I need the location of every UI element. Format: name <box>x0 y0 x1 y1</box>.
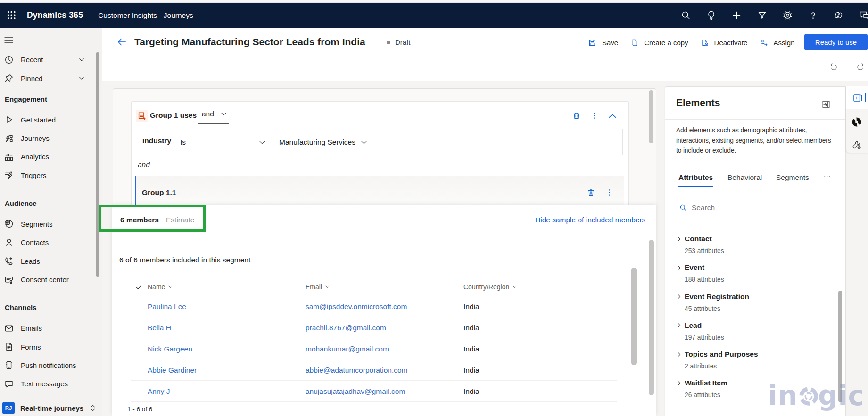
table-row[interactable]: Bella Hprachii.8767@gmail.comIndia <box>131 317 617 338</box>
sidebar-item-pinned[interactable]: Pinned <box>0 69 102 88</box>
canvas-scrollbar[interactable] <box>649 90 653 143</box>
attribute-group-event-registration[interactable]: Event Registration45 attributes <box>665 287 837 316</box>
expand-chevron-icon[interactable] <box>676 351 682 358</box>
expand-chevron-icon[interactable] <box>676 322 682 328</box>
sidebar-item-push-notifications[interactable]: Push notifications <box>0 356 102 375</box>
member-name-link[interactable]: Bella H <box>148 317 171 338</box>
elements-panel-tab-icon[interactable] <box>852 92 863 103</box>
condition-attribute: Industry <box>142 137 171 145</box>
collapse-panel-icon[interactable] <box>821 100 831 109</box>
deactivate-button[interactable]: Deactivate <box>701 39 748 47</box>
column-header-email[interactable]: Email <box>306 278 331 296</box>
sidebar-item-leads[interactable]: Leads <box>0 252 102 270</box>
column-header-name[interactable]: Name <box>148 278 174 296</box>
column-header-country-region[interactable]: Country/Region <box>463 278 518 296</box>
sidebar-scrollbar[interactable] <box>96 52 99 277</box>
leads-icon <box>4 256 14 266</box>
members-panel-scrollbar[interactable] <box>649 240 654 395</box>
attribute-group-topics-and-purposes[interactable]: Topics and Purposes2 attributes <box>665 344 837 373</box>
collapse-group-icon[interactable] <box>608 112 617 120</box>
sidebar-item-consent-center[interactable]: Consent center <box>0 270 102 289</box>
select-all-check-icon[interactable] <box>135 278 142 296</box>
waffle-menu-icon[interactable] <box>0 3 23 28</box>
table-row[interactable]: Anny Janujasujatajadhav@gmail.comIndia <box>131 381 617 402</box>
subgroup-more-options-icon[interactable] <box>605 188 613 196</box>
group-operator-dropdown[interactable]: and <box>198 107 229 124</box>
sidebar-item-analytics[interactable]: Analytics <box>0 147 102 166</box>
lightbulb-icon[interactable] <box>698 3 724 28</box>
assign-button[interactable]: Assign <box>760 39 794 47</box>
member-email-link[interactable]: prachii.8767@gmail.com <box>306 317 386 338</box>
sidebar-item-segments[interactable]: Segments <box>0 215 102 233</box>
sidebar-item-triggers[interactable]: Triggers <box>0 166 102 185</box>
member-email-link[interactable]: anujasujatajadhav@gmail.com <box>306 381 405 402</box>
group-more-options-icon[interactable] <box>590 112 598 120</box>
plus-icon[interactable] <box>724 3 749 28</box>
member-name-link[interactable]: Nick Gargeen <box>148 338 192 359</box>
hide-sample-link[interactable]: Hide sample of included members <box>535 216 645 224</box>
area-switch-icon[interactable] <box>89 404 97 412</box>
hamburger-menu-icon[interactable] <box>4 36 13 44</box>
copilot-panel-icon[interactable] <box>851 117 862 127</box>
sidebar-item-journeys[interactable]: Journeys <box>0 129 102 147</box>
tab-overflow-icon[interactable]: ... <box>824 171 831 179</box>
member-name-link[interactable]: Abbie Gardiner <box>148 359 197 381</box>
redo-icon[interactable] <box>856 62 865 71</box>
sms-icon <box>4 379 14 389</box>
search-placeholder: Search <box>692 204 715 212</box>
ready-to-use-button[interactable]: Ready to use <box>804 34 868 50</box>
table-scrollbar[interactable] <box>631 268 637 365</box>
back-arrow-button[interactable] <box>116 37 127 47</box>
undo-icon[interactable] <box>829 62 838 71</box>
sidebar-item-emails[interactable]: Emails <box>0 319 102 337</box>
tools-panel-icon[interactable] <box>851 140 862 150</box>
sidebar-item-text-messages[interactable]: Text messages <box>0 375 102 393</box>
tab-attributes[interactable]: Attributes <box>678 173 713 182</box>
delete-subgroup-icon[interactable] <box>587 188 595 196</box>
search-icon[interactable] <box>673 3 698 28</box>
app-name[interactable]: Customer Insights - Journeys <box>98 11 193 20</box>
brand-title[interactable]: Dynamics 365 <box>27 10 83 20</box>
sidebar-item-contacts[interactable]: Contacts <box>0 233 102 252</box>
help-icon[interactable] <box>800 3 826 28</box>
create-a-copy-button[interactable]: Create a copy <box>630 39 688 47</box>
sidebar-item-forms[interactable]: Forms <box>0 337 102 356</box>
gear-icon[interactable] <box>775 3 800 28</box>
member-name-link[interactable]: Paulina Lee <box>148 296 186 317</box>
sidebar-item-get-started[interactable]: Get started <box>0 110 102 129</box>
tab-behavioral[interactable]: Behavioral <box>727 173 762 182</box>
expand-chevron-icon[interactable] <box>676 380 682 386</box>
expand-chevron-icon[interactable] <box>676 236 682 242</box>
copilot-icon[interactable] <box>826 3 851 28</box>
elements-search-input[interactable]: Search <box>675 201 836 214</box>
table-row[interactable]: Nick Gargeenmohankumar@gmail.comIndia <box>131 338 617 359</box>
attribute-group-event[interactable]: Event188 attributes <box>665 258 837 286</box>
table-row[interactable]: Paulina Leesam@ipsddev.onmicrosoft.comIn… <box>131 296 617 317</box>
chevron-down-icon[interactable] <box>78 75 85 82</box>
expand-chevron-icon[interactable] <box>676 294 682 300</box>
delete-group-icon[interactable] <box>572 112 580 120</box>
column-label: Country/Region <box>463 283 509 291</box>
sidebar-item-recent[interactable]: Recent <box>0 50 102 69</box>
condition-value-dropdown[interactable]: Manufacturing Services <box>275 134 370 150</box>
attribute-group-waitlist-item[interactable]: Waitlist Item26 attributes <box>665 373 837 402</box>
member-email-link[interactable]: abbie@adatumcorporation.com <box>306 359 408 381</box>
sidebar-nav: RecentPinnedEngagementGet startedJourney… <box>0 50 102 393</box>
member-email-link[interactable]: mohankumar@gmail.com <box>306 338 389 359</box>
member-email-link[interactable]: sam@ipsddev.onmicrosoft.com <box>306 296 407 317</box>
table-row[interactable]: Abbie Gardinerabbie@adatumcorporation.co… <box>131 359 617 381</box>
area-switcher[interactable]: RJ Real-time journeys <box>0 400 102 416</box>
command-label: Save <box>602 39 618 47</box>
condition-operator-dropdown[interactable]: Is <box>177 134 268 150</box>
attribute-groups-list: Contact253 attributesEvent188 attributes… <box>665 229 837 402</box>
tab-segments[interactable]: Segments <box>776 173 809 182</box>
attribute-group-contact[interactable]: Contact253 attributes <box>665 229 837 258</box>
save-button[interactable]: Save <box>588 39 618 47</box>
filter-icon[interactable] <box>749 3 775 28</box>
elements-panel-scrollbar[interactable] <box>838 291 842 402</box>
member-name-link[interactable]: Anny J <box>148 381 170 402</box>
attribute-group-lead[interactable]: Lead197 attributes <box>665 316 837 344</box>
chevron-down-icon[interactable] <box>78 57 85 63</box>
expand-chevron-icon[interactable] <box>676 265 682 271</box>
feedback-icon[interactable] <box>851 3 868 28</box>
